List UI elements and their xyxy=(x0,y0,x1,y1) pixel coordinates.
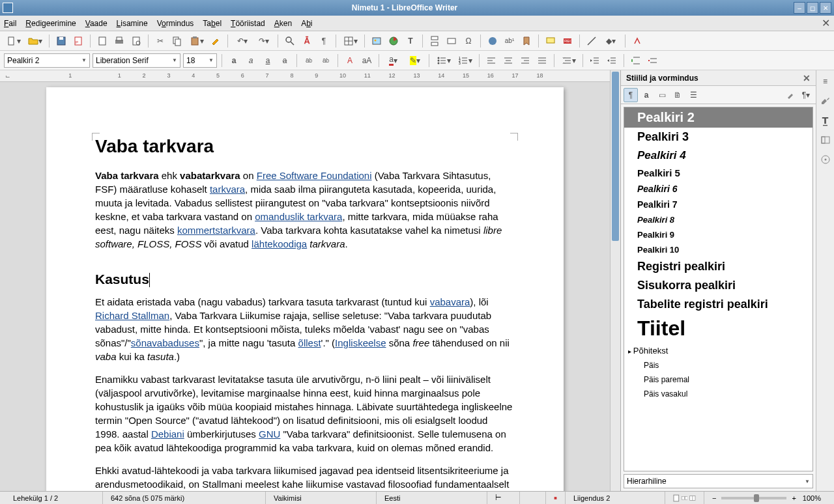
font-name-combo[interactable]: Liberation Serif▼ xyxy=(93,53,180,68)
minimize-button[interactable]: – xyxy=(794,2,805,14)
formatting-marks-button[interactable]: ¶ xyxy=(317,34,331,48)
close-document-icon[interactable]: ✕ xyxy=(822,17,830,29)
menu-abi[interactable]: Abi xyxy=(301,19,312,28)
char-upper-button[interactable]: aA xyxy=(360,53,374,68)
paragraph[interactable]: Ehkki avatud-lähtekoodi ja vaba tarkvara… xyxy=(95,464,515,491)
zoom-cell[interactable]: − + 100% xyxy=(704,492,829,504)
page-style-cell[interactable]: Vaikimisi xyxy=(266,492,377,504)
bold-button[interactable]: a xyxy=(227,53,241,68)
insert-mode-cell[interactable]: ⊢ xyxy=(487,492,520,504)
edit-mode-button[interactable] xyxy=(95,34,109,48)
format-paintbrush-button[interactable] xyxy=(208,34,223,48)
character-styles-tab[interactable]: a xyxy=(639,88,654,102)
style-item[interactable]: Pealkiri 6 xyxy=(624,181,812,197)
decrease-para-spacing-button[interactable] xyxy=(646,53,660,68)
redo-button[interactable]: ↷▾ xyxy=(254,34,273,48)
strikethrough-button[interactable]: a xyxy=(278,53,292,68)
line-spacing-button[interactable]: ▾ xyxy=(559,53,578,68)
new-button[interactable]: ▾ xyxy=(4,34,23,48)
menu-lisamine[interactable]: Lisamine xyxy=(117,19,148,28)
view-layout-cell[interactable] xyxy=(665,492,704,504)
paragraph-styles-tab[interactable]: ¶ xyxy=(624,88,638,102)
subscript-button[interactable]: ab xyxy=(319,53,333,68)
style-item[interactable]: Sisukorra pealkiri xyxy=(624,276,812,295)
outline-cell[interactable]: Liigendus 2 xyxy=(566,492,665,504)
properties-tab-icon[interactable] xyxy=(818,94,833,108)
style-item[interactable]: Pealkiri 8 xyxy=(624,212,812,227)
highlight-button[interactable]: ✎▾ xyxy=(405,53,424,68)
style-item[interactable]: Pealkiri 4 xyxy=(624,147,812,165)
comment-button[interactable] xyxy=(543,34,558,48)
fill-format-mode-button[interactable] xyxy=(783,88,798,102)
style-item[interactable]: Tiitel xyxy=(624,314,812,343)
signature-cell[interactable] xyxy=(546,492,566,504)
number-list-button[interactable]: 123▾ xyxy=(455,53,474,68)
italic-button[interactable]: a xyxy=(244,53,258,68)
selection-mode-cell[interactable] xyxy=(520,492,546,504)
new-style-button[interactable]: ¶▾ xyxy=(799,88,813,102)
page[interactable]: Vaba tarkvara Vaba tarkvara ehk vabatark… xyxy=(46,87,564,491)
zoom-in-icon[interactable]: + xyxy=(792,494,796,502)
print-button[interactable] xyxy=(112,34,126,48)
align-left-button[interactable] xyxy=(484,53,498,68)
align-center-button[interactable] xyxy=(501,53,515,68)
heading-1[interactable]: Vaba tarkvara xyxy=(95,136,515,157)
zoom-slider[interactable] xyxy=(721,497,786,499)
spellcheck-button[interactable]: Ᾱ xyxy=(300,34,314,48)
word-count-cell[interactable]: 642 sõna (5 075 märki) xyxy=(103,492,266,504)
close-button[interactable]: ✕ xyxy=(820,2,831,14)
maximize-button[interactable]: ◻ xyxy=(807,2,818,14)
insert-symbol-button[interactable]: Ω xyxy=(461,34,476,48)
insert-image-button[interactable] xyxy=(369,34,384,48)
zoom-out-icon[interactable]: − xyxy=(712,494,716,502)
footnote-button[interactable]: ab¹ xyxy=(502,34,517,48)
menu-tabel[interactable]: Tabel xyxy=(203,19,222,28)
zoom-value[interactable]: 100% xyxy=(803,494,821,502)
align-justify-button[interactable] xyxy=(535,53,549,68)
superscript-button[interactable]: ab xyxy=(302,53,316,68)
frame-styles-tab[interactable]: ▭ xyxy=(655,88,669,102)
style-item[interactable]: Põhitekst xyxy=(624,343,812,358)
increase-para-spacing-button[interactable] xyxy=(629,53,643,68)
cut-button[interactable]: ✂ xyxy=(153,34,167,48)
font-color-button[interactable]: a▾ xyxy=(384,53,403,68)
sidebar-settings-icon[interactable]: ≡ xyxy=(818,74,833,89)
language-cell[interactable]: Eesti xyxy=(377,492,487,504)
table-button[interactable]: ▾ xyxy=(341,34,360,48)
bookmark-button[interactable] xyxy=(519,34,534,48)
horizontal-ruler[interactable]: ⌙ 1123456789101112131415161718 xyxy=(0,70,610,82)
basic-shapes-button[interactable]: ◆▾ xyxy=(601,34,620,48)
menu-redigeerimine[interactable]: Redigeerimine xyxy=(25,19,76,28)
menu-vormindus[interactable]: Vormindus xyxy=(157,19,194,28)
styles-tab-icon[interactable]: T̲ xyxy=(818,113,833,128)
bullet-list-button[interactable]: ▾ xyxy=(434,53,453,68)
underline-button[interactable]: a xyxy=(261,53,275,68)
style-item[interactable]: Registri pealkiri xyxy=(624,257,812,276)
paste-button[interactable]: ▾ xyxy=(187,34,206,48)
style-item[interactable]: Pealkiri 5 xyxy=(624,165,812,181)
increase-indent-button[interactable] xyxy=(588,53,602,68)
menu-vaade[interactable]: Vaade xyxy=(85,19,108,28)
page-break-button[interactable] xyxy=(427,34,442,48)
save-button[interactable] xyxy=(54,34,68,48)
style-filter-combo[interactable]: Hierarhiline▼ xyxy=(624,474,813,488)
insert-textbox-button[interactable]: T xyxy=(403,34,418,48)
menu-aken[interactable]: Aken xyxy=(274,19,292,28)
style-item[interactable]: Päis paremal xyxy=(624,372,812,387)
scrollbar-thumb[interactable] xyxy=(612,72,619,241)
paragraph[interactable]: Enamikku vabast tarkvarast levitatakse t… xyxy=(95,372,515,455)
paragraph[interactable]: Vaba tarkvara ehk vabatarkvara on Free S… xyxy=(95,169,515,251)
undo-button[interactable]: ↶▾ xyxy=(233,34,252,48)
draw-functions-button[interactable] xyxy=(630,34,644,48)
style-item[interactable]: Pealkiri 9 xyxy=(624,227,812,242)
track-changes-button[interactable]: REC xyxy=(560,34,575,48)
font-size-combo[interactable]: 18▼ xyxy=(183,53,217,68)
line-button[interactable] xyxy=(584,34,599,48)
export-pdf-button[interactable]: P xyxy=(71,34,85,48)
document-scroll[interactable]: Vaba tarkvara Vaba tarkvara ehk vabatark… xyxy=(0,82,610,491)
heading-2[interactable]: Kasutus xyxy=(95,272,150,287)
copy-button[interactable] xyxy=(170,34,184,48)
navigator-tab-icon[interactable] xyxy=(818,152,833,167)
open-button[interactable]: ▾ xyxy=(25,34,44,48)
style-item[interactable]: Tabelite registri pealkiri xyxy=(624,295,812,314)
